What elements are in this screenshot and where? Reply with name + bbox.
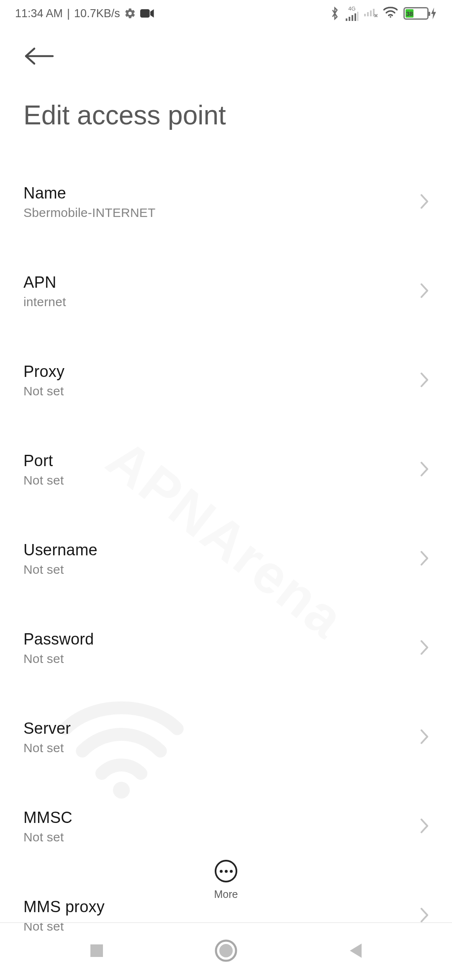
row-label: Port bbox=[23, 452, 64, 470]
signal-nosvc-icon bbox=[364, 7, 378, 20]
chevron-right-icon bbox=[419, 639, 430, 658]
svg-rect-5 bbox=[354, 13, 356, 21]
row-label: Name bbox=[23, 184, 156, 202]
row-proxy[interactable]: Proxy Not set bbox=[0, 348, 452, 413]
status-bar: 11:34 AM | 10.7KB/s 4G 38 bbox=[0, 0, 452, 27]
back-button[interactable] bbox=[0, 27, 452, 65]
status-left: 11:34 AM | 10.7KB/s bbox=[15, 7, 154, 20]
chevron-right-icon bbox=[419, 818, 430, 836]
page-title: Edit access point bbox=[0, 65, 452, 139]
row-value: Not set bbox=[23, 830, 72, 844]
row-mmsc[interactable]: MMSC Not set bbox=[0, 794, 452, 859]
row-value: Sbermobile-INTERNET bbox=[23, 206, 156, 220]
chevron-right-icon bbox=[419, 193, 430, 211]
row-password[interactable]: Password Not set bbox=[0, 615, 452, 681]
nav-recents-button[interactable] bbox=[89, 943, 105, 960]
chevron-right-icon bbox=[419, 728, 430, 747]
row-value: internet bbox=[23, 295, 66, 309]
wifi-icon bbox=[383, 7, 398, 21]
svg-rect-6 bbox=[357, 12, 358, 21]
row-label: Proxy bbox=[23, 363, 64, 381]
more-button[interactable]: More bbox=[0, 860, 452, 900]
battery-icon: 38 bbox=[403, 7, 437, 20]
gear-icon bbox=[124, 8, 136, 19]
row-label: MMSC bbox=[23, 809, 72, 827]
svg-rect-3 bbox=[349, 17, 350, 21]
row-label: APN bbox=[23, 273, 66, 291]
chevron-right-icon bbox=[419, 550, 430, 568]
settings-list: Name Sbermobile-INTERNET APN internet Pr… bbox=[0, 139, 452, 949]
more-label: More bbox=[214, 888, 238, 900]
status-separator: | bbox=[67, 7, 70, 20]
svg-rect-8 bbox=[367, 12, 369, 16]
chevron-right-icon bbox=[419, 461, 430, 479]
row-value: Not set bbox=[23, 652, 94, 666]
svg-point-11 bbox=[390, 16, 391, 18]
signal-4g: 4G bbox=[346, 6, 358, 21]
chevron-right-icon bbox=[419, 282, 430, 301]
row-server[interactable]: Server Not set bbox=[0, 704, 452, 770]
row-label: Username bbox=[23, 541, 98, 559]
row-value: Not set bbox=[23, 473, 64, 487]
row-label: MMS proxy bbox=[23, 898, 105, 916]
row-apn[interactable]: APN internet bbox=[0, 258, 452, 324]
row-username[interactable]: Username Not set bbox=[0, 526, 452, 592]
bluetooth-icon bbox=[330, 7, 340, 20]
status-time: 11:34 AM bbox=[15, 7, 63, 20]
row-label: Server bbox=[23, 720, 71, 738]
nav-home-button[interactable] bbox=[215, 939, 237, 964]
svg-rect-9 bbox=[370, 10, 372, 16]
row-value: Not set bbox=[23, 741, 71, 755]
row-value: Not set bbox=[23, 562, 98, 577]
status-speed: 10.7KB/s bbox=[74, 7, 120, 20]
status-right: 4G 38 bbox=[330, 6, 437, 21]
row-label: Password bbox=[23, 630, 94, 648]
row-port[interactable]: Port Not set bbox=[0, 437, 452, 503]
charging-icon bbox=[430, 8, 437, 19]
nav-back-button[interactable] bbox=[347, 942, 363, 961]
chevron-right-icon bbox=[419, 371, 430, 390]
svg-rect-13 bbox=[90, 944, 103, 957]
more-icon bbox=[215, 860, 237, 882]
camera-icon bbox=[140, 8, 154, 18]
row-value: Not set bbox=[23, 384, 64, 398]
svg-rect-7 bbox=[364, 14, 366, 16]
svg-rect-10 bbox=[373, 9, 375, 16]
row-name[interactable]: Name Sbermobile-INTERNET bbox=[0, 169, 452, 235]
svg-rect-2 bbox=[346, 18, 347, 21]
navigation-bar bbox=[0, 922, 452, 980]
svg-rect-1 bbox=[140, 9, 150, 18]
svg-point-15 bbox=[219, 944, 233, 957]
svg-rect-4 bbox=[352, 15, 353, 21]
